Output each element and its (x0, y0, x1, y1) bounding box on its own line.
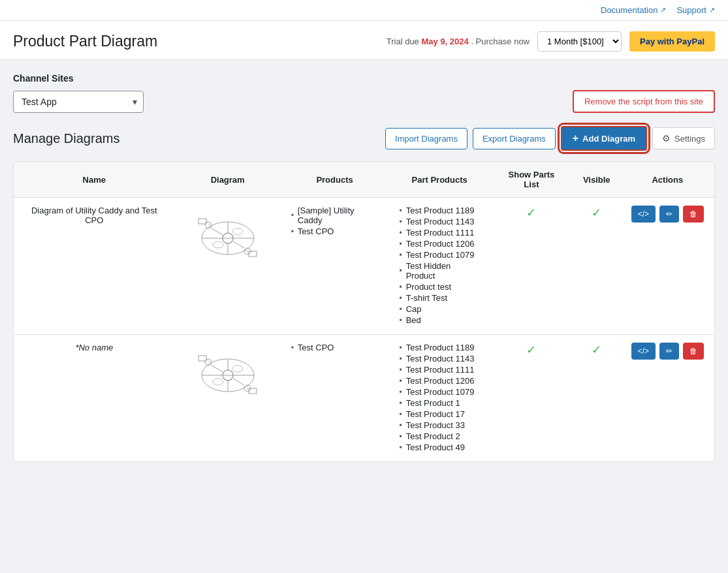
trial-bar: Trial due May 9, 2024 . Purchase now 1 M… (387, 31, 715, 52)
diagram-image-2 (185, 343, 270, 408)
manage-title: Manage Diagrams (13, 131, 119, 146)
row2-diagram (175, 335, 281, 462)
row2-show-parts-list: ✓ (490, 335, 573, 462)
svg-rect-24 (198, 356, 206, 361)
list-item: Test CPO (291, 226, 379, 236)
diagrams-table: Name Diagram Products Part Products Show… (14, 162, 714, 461)
checkmark-icon: ✓ (592, 343, 601, 356)
delete-button[interactable]: 🗑 (683, 343, 704, 360)
manage-row: Manage Diagrams Import Diagrams Export D… (13, 126, 715, 151)
svg-point-13 (213, 241, 223, 248)
edit-button[interactable]: ✏ (659, 343, 679, 360)
svg-line-6 (233, 241, 244, 248)
svg-line-20 (212, 365, 223, 372)
svg-rect-10 (249, 251, 257, 256)
list-item: Cap (399, 304, 479, 314)
row2-visible: ✓ (573, 335, 621, 462)
plus-icon: + (573, 132, 578, 144)
svg-rect-25 (249, 388, 257, 394)
trial-date: May 9, 2024 (421, 37, 468, 46)
edit-button[interactable]: ✏ (659, 206, 679, 223)
svg-point-28 (213, 379, 223, 385)
list-item: Test Product 1189 (399, 206, 479, 215)
diagram-svg-1 (189, 209, 267, 268)
code-button[interactable]: </> (631, 343, 656, 360)
checkmark-icon: ✓ (526, 206, 536, 219)
delete-button[interactable]: 🗑 (683, 206, 704, 223)
add-diagram-button[interactable]: + Add Diagram (561, 126, 647, 151)
code-button[interactable]: </> (631, 206, 656, 223)
row2-actions: </> ✏ 🗑 (621, 335, 714, 462)
list-item: Test Product 1143 (399, 354, 474, 364)
svg-rect-9 (198, 219, 206, 224)
table-header: Name Diagram Products Part Products Show… (14, 162, 714, 198)
channel-section-title: Channel Sites (13, 73, 715, 84)
svg-line-21 (233, 379, 244, 385)
row2-name: *No name (14, 335, 175, 462)
export-diagrams-button[interactable]: Export Diagrams (473, 128, 556, 149)
col-diagram: Diagram (175, 162, 281, 198)
list-item: Test Hidden Product (399, 261, 479, 281)
documentation-link[interactable]: Documentation ↗ (601, 5, 666, 15)
list-item: Test Product 17 (399, 409, 474, 419)
list-item: Test Product 1079 (399, 387, 474, 397)
row1-name: Diagram of Utility Caddy and Test CPO (14, 198, 175, 335)
channel-select-wrapper: Test App Other Site ▾ (13, 91, 144, 113)
top-navigation: Documentation ↗ Support ↗ (0, 0, 728, 21)
svg-point-14 (232, 228, 243, 235)
external-link-icon-2: ↗ (709, 6, 715, 14)
list-item: Test Product 33 (399, 420, 474, 430)
table-row: *No name (14, 335, 714, 462)
plan-select[interactable]: 1 Month [$100] 3 Month [$250] 1 Year [$8… (537, 31, 622, 52)
row1-show-parts-list: ✓ (490, 198, 573, 335)
row2-part-products: Test Product 1189 Test Product 1143 Test… (388, 335, 490, 462)
paypal-button[interactable]: Pay with PayPal (629, 31, 715, 52)
col-part-products: Part Products (388, 162, 490, 198)
row1-visible: ✓ (573, 198, 621, 335)
list-item: Test Product 1206 (399, 376, 474, 386)
list-item: Test Product 2 (399, 431, 474, 441)
remove-script-button[interactable]: Remove the script from this site (573, 90, 715, 113)
support-link[interactable]: Support ↗ (676, 5, 715, 15)
list-item: Product test (399, 282, 479, 292)
diagram-image-1 (185, 206, 270, 271)
list-item: Test Product 1 (399, 398, 474, 408)
diagram-svg-2 (189, 346, 267, 405)
page-title: Product Part Diagram (13, 33, 157, 50)
import-diagrams-button[interactable]: Import Diagrams (385, 128, 467, 149)
list-item: Test Product 1189 (399, 343, 474, 352)
list-item: Test Product 1111 (399, 228, 479, 238)
settings-button[interactable]: ⚙ Settings (652, 127, 715, 149)
checkmark-icon: ✓ (526, 343, 536, 356)
diagrams-table-container: Name Diagram Products Part Products Show… (13, 161, 715, 462)
col-actions: Actions (621, 162, 714, 198)
col-products: Products (281, 162, 389, 198)
row1-products: [Sample] Utility Caddy Test CPO (281, 198, 389, 335)
svg-point-29 (232, 365, 243, 372)
external-link-icon: ↗ (660, 6, 666, 14)
col-show-parts-list: Show Parts List (490, 162, 573, 198)
channel-row: Test App Other Site ▾ Remove the script … (13, 90, 715, 113)
main-content: Channel Sites Test App Other Site ▾ Remo… (0, 60, 728, 475)
page-header: Product Part Diagram Trial due May 9, 20… (0, 21, 728, 60)
row1-actions: </> ✏ 🗑 (621, 198, 714, 335)
table-body: Diagram of Utility Caddy and Test CPO (14, 198, 714, 462)
svg-line-5 (212, 228, 223, 235)
row1-part-products: Test Product 1189 Test Product 1143 Test… (388, 198, 490, 335)
row2-products: Test CPO (281, 335, 389, 462)
list-item: Test Product 1143 (399, 217, 479, 226)
list-item: Test Product 49 (399, 442, 474, 452)
col-name: Name (14, 162, 175, 198)
list-item: [Sample] Utility Caddy (291, 206, 379, 225)
row1-diagram (175, 198, 281, 335)
checkmark-icon: ✓ (592, 206, 601, 219)
gear-icon: ⚙ (662, 133, 671, 144)
channel-select[interactable]: Test App Other Site (13, 91, 144, 113)
list-item: Test Product 1206 (399, 239, 479, 249)
list-item: Bed (399, 315, 479, 325)
manage-actions: Import Diagrams Export Diagrams + Add Di… (385, 126, 715, 151)
list-item: T-shirt Test (399, 293, 479, 303)
table-row: Diagram of Utility Caddy and Test CPO (14, 198, 714, 335)
list-item: Test Product 1079 (399, 250, 479, 260)
list-item: Test CPO (291, 343, 379, 352)
